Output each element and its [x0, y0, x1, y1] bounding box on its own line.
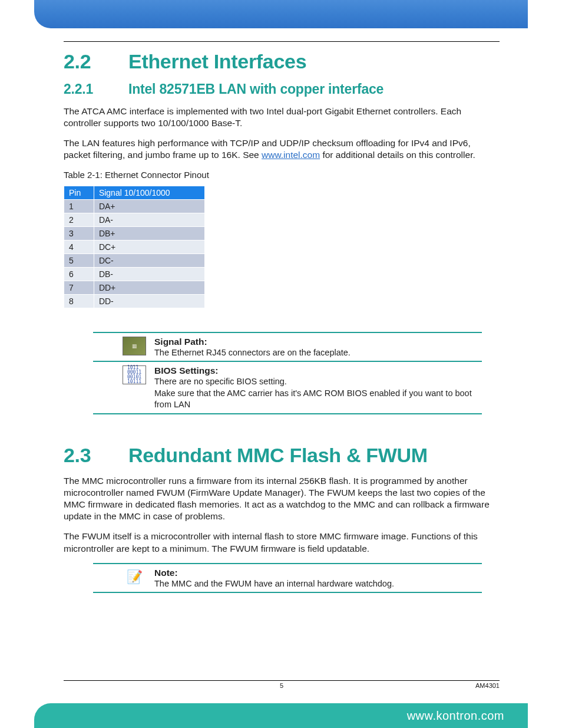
pinout-table: Pin Signal 10/100/1000 1DA+ 2DA- 3DB+ 4D… — [64, 186, 205, 308]
table-header: Pin — [64, 186, 94, 199]
top-header-bar — [34, 0, 528, 28]
cell: 8 — [64, 294, 94, 308]
bottom-bar: www.kontron.com — [34, 703, 528, 728]
signal-path-callout: ▦ Signal Path: The Ethernet RJ45 connect… — [93, 332, 482, 363]
top-rule — [64, 41, 500, 42]
table-row: 6DB- — [64, 267, 205, 281]
paragraph: The LAN features high performance with T… — [64, 137, 500, 161]
heading-text: Redundant MMC Flash & FWUM — [128, 444, 428, 466]
heading-text: Intel 82571EB LAN with copper interface — [128, 81, 384, 97]
table-row: 1DA+ — [64, 199, 205, 213]
table-row: 7DD+ — [64, 281, 205, 294]
cell: 1 — [64, 199, 94, 213]
page-content: 2.2Ethernet Interfaces 2.2.1Intel 82571E… — [64, 41, 500, 593]
cell: 5 — [64, 253, 94, 267]
cell: 6 — [64, 267, 94, 281]
paragraph: The MMC microcontroller runs a firmware … — [64, 475, 500, 523]
table-row: 3DB+ — [64, 226, 205, 240]
callout-desc: There are no specific BIOS setting. — [154, 376, 482, 388]
heading-number: 2.3 — [64, 444, 128, 467]
heading-2-2-1: 2.2.1Intel 82571EB LAN with copper inter… — [64, 81, 500, 97]
callout-desc: Make sure that the AMC carrier has it's … — [154, 388, 482, 411]
callout-title: Note: — [154, 568, 482, 578]
cell: 7 — [64, 281, 94, 294]
paragraph: The FWUM itself is a microcontroller wit… — [64, 531, 500, 554]
cell: 2 — [64, 213, 94, 226]
heading-text: Ethernet Interfaces — [128, 50, 306, 73]
cell: DD- — [94, 294, 204, 308]
intel-link[interactable]: www.intel.com — [262, 150, 320, 160]
table-caption: Table 2-1: Ethernet Connector Pinout — [64, 170, 500, 180]
cell: 4 — [64, 240, 94, 253]
page-number: 5 — [280, 682, 283, 689]
binary-icon: 1011 00011 00101 10111 — [123, 365, 146, 384]
table-header: Signal 10/100/1000 — [94, 186, 204, 199]
text: for additional details on this controlle… — [320, 150, 475, 160]
callout-rule — [93, 361, 482, 362]
cell: 3 — [64, 226, 94, 240]
page-footer: 5 AM4301 — [64, 680, 500, 689]
table-row: 2DA- — [64, 213, 205, 226]
heading-2-3: 2.3Redundant MMC Flash & FWUM — [64, 444, 500, 467]
cell: DB- — [94, 267, 204, 281]
table-row: 4DC+ — [64, 240, 205, 253]
cell: DA+ — [94, 199, 204, 213]
table-row: 8DD- — [64, 294, 205, 308]
heading-2-2: 2.2Ethernet Interfaces — [64, 50, 500, 73]
note-icon: 📝 — [123, 568, 146, 587]
circuit-icon: ▦ — [123, 337, 146, 355]
heading-number: 2.2.1 — [64, 81, 128, 97]
callout-desc: The Ethernet RJ45 connectors are on the … — [154, 347, 482, 359]
cell: DC- — [94, 253, 204, 267]
bios-callout: 1011 00011 00101 10111 BIOS Settings: Th… — [93, 365, 482, 414]
website-url: www.kontron.com — [407, 709, 504, 723]
cell: DC+ — [94, 240, 204, 253]
paragraph: The ATCA AMC interface is implemented wi… — [64, 106, 500, 129]
table-row: 5DC- — [64, 253, 205, 267]
doc-id: AM4301 — [475, 682, 500, 689]
cell: DB+ — [94, 226, 204, 240]
callout-title: BIOS Settings: — [154, 365, 482, 376]
cell: DD+ — [94, 281, 204, 294]
callout-rule — [93, 563, 482, 564]
callout-rule — [93, 592, 482, 593]
note-callout: 📝 Note: The MMC and the FWUM have an int… — [93, 563, 482, 594]
callout-title: Signal Path: — [154, 337, 482, 347]
callout-desc: The MMC and the FWUM have an internal ha… — [154, 578, 482, 590]
callout-rule — [93, 332, 482, 333]
heading-number: 2.2 — [64, 50, 128, 73]
cell: DA- — [94, 213, 204, 226]
